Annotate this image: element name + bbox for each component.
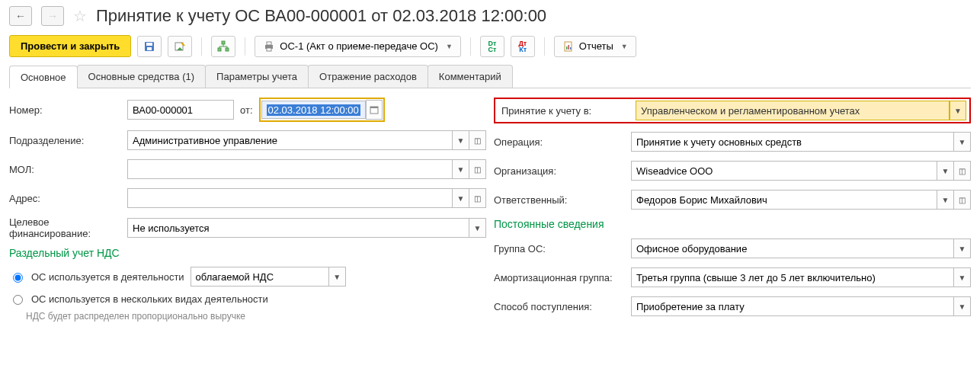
save-button[interactable] <box>137 36 162 57</box>
group-input[interactable] <box>631 239 954 258</box>
dtkt-red-icon: ДтКт <box>518 40 527 53</box>
nav-forward-button[interactable]: → <box>41 6 64 26</box>
dropdown-button[interactable]: ▼ <box>937 161 954 181</box>
svg-rect-6 <box>226 48 229 51</box>
const-section-title: Постоянные сведения <box>494 218 971 230</box>
mol-input[interactable] <box>127 159 453 179</box>
nav-back-button[interactable]: ← <box>9 6 32 26</box>
open-button[interactable]: ◫ <box>954 161 971 181</box>
vat-radio2-label: ОС используется в нескольких видах деяте… <box>31 293 268 305</box>
reports-button[interactable]: Отчеты ▼ <box>554 36 636 57</box>
dtkt-red-button[interactable]: ДтКт <box>511 36 535 57</box>
from-label: от: <box>240 104 253 116</box>
dropdown-button[interactable]: ▼ <box>950 101 966 120</box>
number-label: Номер: <box>9 104 127 116</box>
number-input[interactable] <box>127 100 234 120</box>
header-row: ← → ☆ Принятие к учету ОС ВА00-000001 от… <box>9 6 971 26</box>
dropdown-button[interactable]: ▼ <box>469 218 486 238</box>
vat-radio1[interactable] <box>13 273 23 283</box>
separator <box>201 37 202 56</box>
dropdown-button[interactable]: ▼ <box>954 296 971 316</box>
tabs: Основное Основные средства (1) Параметры… <box>9 65 971 88</box>
dtkt-green-icon: DтCт <box>488 40 496 53</box>
tab-main[interactable]: Основное <box>9 66 78 88</box>
os1-button[interactable]: ОС-1 (Акт о приеме-передаче ОС) ▼ <box>255 36 461 57</box>
structure-button[interactable] <box>211 36 235 57</box>
right-column: Принятие к учету в: Управленческом и рег… <box>494 98 971 325</box>
separator <box>470 37 471 56</box>
calendar-icon <box>370 105 379 114</box>
calendar-button[interactable] <box>366 100 383 120</box>
row-oper: Операция: ▼ <box>494 131 971 152</box>
dtkt-green-button[interactable]: DтCт <box>480 36 504 57</box>
row-amort: Амортизационная группа: ▼ <box>494 267 971 288</box>
dropdown-button[interactable]: ▼ <box>954 239 971 258</box>
post-close-button[interactable]: Провести и закрыть <box>9 35 131 57</box>
addr-label: Адрес: <box>9 193 127 204</box>
post-icon <box>174 40 186 53</box>
row-org: Организация: ▼ ◫ <box>494 160 971 181</box>
oper-input[interactable] <box>631 132 954 152</box>
vat-section-title: Раздельный учет НДС <box>9 247 486 259</box>
row-mol: МОЛ: ▼ ◫ <box>9 158 486 180</box>
row-target: Целевое финансирование: ▼ <box>9 216 486 239</box>
floppy-icon <box>143 40 155 53</box>
dropdown-button[interactable]: ▼ <box>937 190 954 210</box>
printer-icon <box>263 40 275 53</box>
dropdown-button[interactable]: ▼ <box>453 130 469 150</box>
svg-rect-12 <box>568 45 569 50</box>
report-icon <box>562 40 575 53</box>
os1-label: ОС-1 (Акт о приеме-передаче ОС) <box>280 40 438 52</box>
amort-input[interactable] <box>631 267 954 287</box>
income-input[interactable] <box>631 296 954 316</box>
accept-highlight: Принятие к учету в: Управленческом и рег… <box>494 98 971 123</box>
favorite-star-icon[interactable]: ☆ <box>73 7 87 25</box>
open-button[interactable]: ◫ <box>954 190 971 210</box>
separator <box>245 37 245 56</box>
tab-expenses[interactable]: Отражение расходов <box>308 65 428 88</box>
open-button[interactable]: ◫ <box>469 159 486 179</box>
amort-label: Амортизационная группа: <box>494 272 631 283</box>
org-input[interactable] <box>631 161 937 181</box>
vat-radio1-label: ОС используется в деятельности <box>31 271 184 283</box>
mol-label: МОЛ: <box>9 164 127 175</box>
svg-rect-13 <box>570 47 572 50</box>
svg-rect-4 <box>222 41 225 44</box>
accept-input[interactable]: Управленческом и регламентированном учет… <box>636 101 950 120</box>
dropdown-icon: ▼ <box>621 43 628 50</box>
vat-radio2[interactable] <box>13 295 23 305</box>
vat-radio1-row: ОС используется в деятельности ▼ <box>9 267 486 287</box>
target-label: Целевое финансирование: <box>9 216 127 239</box>
row-resp: Ответственный: ▼ ◫ <box>494 189 971 210</box>
resp-input[interactable] <box>631 190 937 210</box>
post-button[interactable] <box>168 36 192 57</box>
target-input[interactable] <box>127 218 469 238</box>
svg-rect-5 <box>218 48 221 51</box>
tab-assets[interactable]: Основные средства (1) <box>77 65 207 88</box>
row-dept: Подразделение: ▼ ◫ <box>9 130 486 151</box>
vat-type-input[interactable] <box>191 267 329 287</box>
reports-label: Отчеты <box>579 40 613 52</box>
separator <box>544 37 545 56</box>
row-group: Группа ОС: ▼ <box>494 238 971 259</box>
dropdown-button[interactable]: ▼ <box>954 132 971 152</box>
open-button[interactable]: ◫ <box>469 188 486 208</box>
addr-input[interactable] <box>127 188 453 208</box>
dropdown-button[interactable]: ▼ <box>954 267 971 287</box>
date-input[interactable]: 02.03.2018 12:00:00 <box>261 101 366 119</box>
tab-comment[interactable]: Комментарий <box>428 65 513 88</box>
form-area: Номер: от: 02.03.2018 12:00:00 Подраздел… <box>9 98 971 325</box>
accept-value: Управленческом и регламентированном учет… <box>641 105 860 117</box>
accept-label: Принятие к учету в: <box>498 105 636 117</box>
vat-hint: НДС будет распределен пропорционально вы… <box>26 311 486 322</box>
oper-label: Операция: <box>494 136 631 148</box>
row-income: Способ поступления: ▼ <box>494 296 971 317</box>
open-button[interactable]: ◫ <box>469 130 486 150</box>
tab-params[interactable]: Параметры учета <box>205 65 309 88</box>
dept-input[interactable] <box>127 130 453 150</box>
dropdown-button[interactable]: ▼ <box>453 159 469 179</box>
dropdown-button[interactable]: ▼ <box>453 188 469 208</box>
dropdown-button[interactable]: ▼ <box>329 267 346 287</box>
svg-rect-11 <box>566 46 568 50</box>
page-title: Принятие к учету ОС ВА00-000001 от 02.03… <box>96 6 546 26</box>
